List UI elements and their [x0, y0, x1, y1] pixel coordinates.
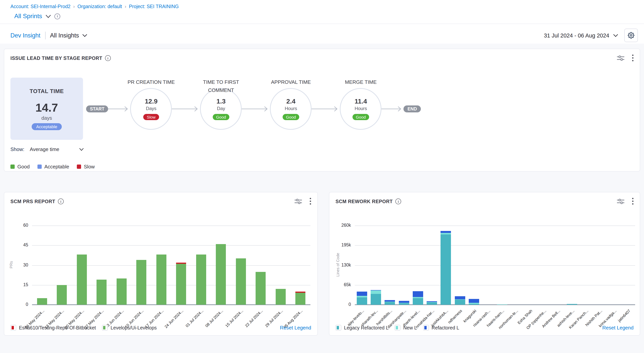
bar-segment[interactable]: [413, 298, 423, 305]
legend-item[interactable]: Levelops/Ui-Levelops: [102, 325, 157, 330]
bar-segment[interactable]: [469, 303, 479, 304]
flow-arrow: [382, 106, 404, 112]
stage-unit: Days: [146, 106, 156, 111]
kebab-menu-icon[interactable]: [632, 54, 634, 62]
bar-segment[interactable]: [57, 285, 67, 305]
date-range-picker[interactable]: 31 Jul 2024 - 06 Aug 2024: [544, 32, 618, 38]
bar-segment[interactable]: [441, 234, 451, 305]
legend-swatch: [337, 326, 339, 330]
bar-segment[interactable]: [441, 231, 451, 233]
breadcrumb-section: Account: SEI-Internal-Prod2 › Organizati…: [0, 0, 644, 24]
legend-item[interactable]: Esha610/Testing-Repo-Of-Bitbucket: [10, 325, 96, 330]
bar-segment[interactable]: [97, 280, 107, 305]
legend-item[interactable]: New L: [395, 325, 417, 330]
legend-item[interactable]: Legacy Refactored L: [336, 325, 388, 330]
bar-segment[interactable]: [427, 302, 437, 302]
stage-merge-time[interactable]: MERGE TIME 11.4 Hours Good: [340, 88, 382, 130]
bar-segment[interactable]: [399, 302, 409, 303]
bar-segment[interactable]: [371, 291, 381, 294]
flow-arrow: [242, 106, 270, 112]
bar-segment[interactable]: [385, 300, 395, 302]
scm-prs-chart: 01530456006 May 2024...13 May 2024...20 …: [4, 192, 317, 335]
stage-value: 12.9: [145, 98, 158, 104]
bar-segment[interactable]: [136, 260, 146, 305]
bar-segment[interactable]: [427, 302, 437, 302]
bar-segment[interactable]: [176, 264, 186, 305]
bar-segment[interactable]: [455, 296, 465, 299]
bar-segment[interactable]: [441, 233, 451, 234]
stage-status-badge: Good: [352, 114, 369, 120]
bar-segment[interactable]: [469, 304, 479, 305]
flow-arrow: [172, 106, 200, 112]
gridline: [355, 226, 635, 226]
bar-segment[interactable]: [276, 289, 286, 305]
breadcrumb-project[interactable]: Project: SEI TRAINING: [129, 4, 179, 9]
bar-segment[interactable]: [356, 297, 367, 305]
show-label: Show:: [10, 146, 24, 152]
bar-segment[interactable]: [399, 303, 409, 305]
chevron-down-icon: [613, 34, 618, 37]
bar-segment[interactable]: [399, 301, 409, 302]
tab-dev-insight[interactable]: Dev Insight: [10, 32, 40, 39]
stage-status-badge: Good: [282, 114, 299, 120]
bar-segment[interactable]: [427, 302, 437, 305]
bar-segment[interactable]: [77, 254, 87, 305]
bar-segment[interactable]: [356, 292, 367, 296]
legend-item[interactable]: Refactored L: [423, 325, 459, 330]
insight-header-row: Dev Insight All Insights 31 Jul 2024 - 0…: [0, 24, 644, 42]
breadcrumb-organization[interactable]: Organization: default: [78, 4, 122, 9]
legend-swatch: [77, 164, 81, 169]
y-axis-tick: 45: [10, 243, 28, 247]
info-icon[interactable]: i: [54, 13, 60, 19]
stage-status-badge: Slow: [143, 114, 159, 120]
bar-segment[interactable]: [371, 294, 381, 305]
bar-segment[interactable]: [256, 272, 266, 305]
reset-legend-link[interactable]: Reset Legend: [602, 325, 634, 330]
y-axis-tick: 0: [10, 302, 28, 307]
bar-segment[interactable]: [296, 293, 306, 305]
bar-segment[interactable]: [469, 299, 479, 303]
reset-legend-link[interactable]: Reset Legend: [280, 325, 311, 330]
legend-swatch: [12, 326, 14, 330]
bar-segment[interactable]: [236, 258, 246, 305]
scm-rework-widget: SCM REWORK REPORT i Lines of Code 065k13…: [329, 192, 640, 336]
legend-swatch: [38, 164, 42, 169]
bar-segment[interactable]: [296, 292, 306, 293]
breadcrumb-account[interactable]: Account: SEI-Internal-Prod2: [10, 4, 70, 9]
bar-segment[interactable]: [156, 254, 166, 305]
bar-segment[interactable]: [567, 304, 577, 305]
legend-checkbox: [10, 325, 16, 330]
legend-label: Legacy Refactored L: [344, 325, 388, 330]
stage-time-to-first-comment[interactable]: TIME TO FIRST COMMENT 1.3 Day Good: [200, 88, 242, 130]
bar-segment[interactable]: [497, 304, 507, 305]
bar-segment[interactable]: [37, 298, 47, 305]
chevron-down-icon[interactable]: [46, 14, 51, 18]
bar-segment[interactable]: [455, 299, 465, 300]
settings-button[interactable]: [624, 28, 638, 42]
bar-segment[interactable]: [356, 296, 367, 298]
insights-dropdown[interactable]: All Insights: [50, 32, 87, 39]
bar-segment[interactable]: [176, 262, 186, 264]
bar-segment[interactable]: [455, 300, 465, 305]
bar-segment[interactable]: [413, 297, 423, 298]
stage-pr-creation-time[interactable]: PR CREATION TIME 12.9 Days Slow: [130, 88, 172, 130]
stage-unit: Hours: [285, 106, 297, 111]
bar-segment[interactable]: [216, 244, 226, 305]
bar-segment[interactable]: [385, 302, 395, 302]
filter-sliders-icon[interactable]: [617, 55, 624, 61]
sprint-selector[interactable]: All Sprints i: [0, 9, 644, 20]
gridline: [32, 246, 310, 246]
show-dropdown[interactable]: Show: Average time: [10, 146, 84, 152]
sprint-selector-label[interactable]: All Sprints: [14, 13, 42, 20]
insights-dropdown-label: All Insights: [50, 32, 79, 39]
bar-segment[interactable]: [371, 290, 381, 291]
bar-segment[interactable]: [116, 278, 127, 305]
bar-segment[interactable]: [385, 302, 395, 305]
bar-segment[interactable]: [413, 291, 423, 297]
bar-segment[interactable]: [196, 254, 206, 305]
info-icon[interactable]: i: [105, 55, 111, 61]
stage-approval-time[interactable]: APPROVAL TIME 2.4 Hours Good: [270, 88, 312, 130]
end-badge: END: [404, 106, 421, 112]
bottom-widget-row: SCM PRS REPORT i PRs 01530456006 May 202…: [4, 192, 640, 336]
stage-value: 11.4: [354, 98, 367, 104]
